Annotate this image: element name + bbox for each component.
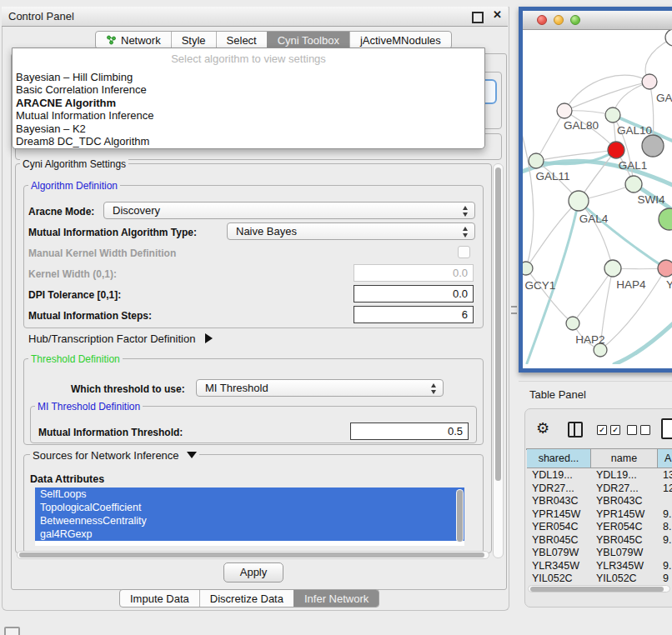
node-gal7[interactable] xyxy=(642,74,657,89)
table-row[interactable]: YPR145WYPR145W9. xyxy=(527,508,672,522)
tab-style-label: Style xyxy=(182,34,206,47)
table-panel-divider xyxy=(519,381,672,382)
node-y[interactable] xyxy=(658,260,672,277)
dropdown-item[interactable]: Bayesian – K2 xyxy=(13,122,484,135)
list-item[interactable]: TopologicalCoefficient xyxy=(35,501,464,514)
mi-threshold-field[interactable]: 0.5 xyxy=(350,422,469,440)
table-hscrollbar[interactable] xyxy=(528,585,670,592)
node-hap2[interactable] xyxy=(566,317,579,330)
column-header-name[interactable]: name xyxy=(591,449,658,468)
list-item[interactable]: gal4RGexp xyxy=(35,528,464,541)
tab-network-label: Network xyxy=(121,34,161,47)
column-header-shared[interactable]: shared... xyxy=(527,449,591,468)
algorithm-definition-title: Algorithm Definition xyxy=(28,180,120,192)
tab-jactivemnodules-label: jActiveMNodules xyxy=(360,34,441,47)
close-panel-icon[interactable] xyxy=(493,8,502,21)
node[interactable] xyxy=(665,30,672,46)
desktop: { "control_panel": { "title": "Control P… xyxy=(0,0,672,635)
disclosure-down-icon xyxy=(187,452,197,458)
dropdown-item[interactable]: Basic Correlation Inference xyxy=(13,83,484,96)
node-label: HAP4 xyxy=(616,278,646,291)
table-row[interactable]: YDL19...YDL19...13 xyxy=(527,469,672,482)
table-row[interactable]: YER054CYER054C8. xyxy=(527,521,672,534)
tab-jactivemnodules[interactable]: jActiveMNodules xyxy=(349,32,451,48)
node-label: GAL1 xyxy=(619,159,648,172)
panel-splitter-handle[interactable] xyxy=(511,306,517,314)
table-row[interactable]: YBR043CYBR043C xyxy=(527,495,672,508)
dropdown-item[interactable]: Mutual Information Inference xyxy=(13,109,484,122)
which-threshold-combo[interactable]: MI Threshold xyxy=(196,379,444,397)
dropdown-item[interactable]: Bayesian – Hill Climbing xyxy=(13,71,484,83)
sources-disclosure[interactable]: Sources for Network Inference xyxy=(30,449,199,462)
node-gal11[interactable] xyxy=(529,153,544,168)
tab-select[interactable]: Select xyxy=(216,32,267,48)
window-close-icon[interactable] xyxy=(537,15,547,25)
hub-definition-disclosure[interactable]: Hub/Transcription Factor Definition xyxy=(28,332,213,345)
select-all-checks-icon[interactable] xyxy=(597,425,620,435)
list-scrollbar[interactable] xyxy=(456,489,464,542)
deselect-all-checks-icon[interactable] xyxy=(627,425,650,435)
table-row[interactable]: YBR045CYBR045C9. xyxy=(527,534,672,548)
dropdown-item[interactable]: Dream8 DC_TDC Algorithm xyxy=(13,135,484,148)
table-row[interactable]: YLR345WYLR345W9. xyxy=(527,560,672,573)
minimized-panel-icon[interactable] xyxy=(4,627,20,635)
column-header-partial[interactable]: A xyxy=(658,449,672,468)
export-table-icon[interactable] xyxy=(661,418,672,439)
window-zoom-icon[interactable] xyxy=(570,15,580,25)
mi-type-combo[interactable]: Naive Bayes xyxy=(227,222,475,240)
combo-arrows-icon xyxy=(431,383,437,394)
dpi-tolerance-field[interactable]: 0.0 xyxy=(354,285,474,302)
table-settings-gear-icon[interactable]: ⚙ xyxy=(536,421,549,436)
manual-kernel-checkbox[interactable] xyxy=(458,246,470,258)
control-panel-tabbar: Network Style Select Cyni Toolbox jActiv… xyxy=(95,31,452,49)
network-canvas[interactable]: GAL GAL80 GAL10 GAL1 GAL11 SWI4 GAL4 GCY… xyxy=(523,30,672,368)
node-gal80[interactable] xyxy=(557,103,572,118)
node-hap4[interactable] xyxy=(604,260,621,277)
tab-infer-network[interactable]: Infer Network xyxy=(293,590,379,607)
kernel-width-field[interactable]: 0.0 xyxy=(354,264,474,282)
cyni-algorithm-settings-title: Cyni Algorithm Settings xyxy=(20,158,128,170)
threshold-definition-title: Threshold Definition xyxy=(28,353,123,365)
float-panel-icon[interactable] xyxy=(472,12,484,23)
node-label: GAL80 xyxy=(564,119,599,132)
disclosure-right-icon xyxy=(205,333,213,343)
dpi-tolerance-label: DPI Tolerance [0,1]: xyxy=(28,289,121,301)
settings-vscrollbar[interactable] xyxy=(493,163,504,558)
window-minimize-icon[interactable] xyxy=(554,15,564,25)
node-green[interactable] xyxy=(659,208,672,230)
node-gal10[interactable] xyxy=(605,108,620,122)
node-swi4[interactable] xyxy=(625,176,642,192)
settings-hscrollbar[interactable] xyxy=(17,551,489,559)
dropdown-item-selected[interactable]: ARACNE Algorithm xyxy=(13,97,484,109)
table-columns-icon[interactable] xyxy=(568,422,583,438)
node-gal4[interactable] xyxy=(569,191,589,211)
cyni-bottom-tabbar: Impute Data Discretize Data Infer Networ… xyxy=(119,589,379,608)
list-item[interactable]: SelfLoops xyxy=(35,488,464,501)
apply-button[interactable]: Apply xyxy=(223,562,283,582)
network-view-window[interactable]: GAL GAL80 GAL10 GAL1 GAL11 SWI4 GAL4 GCY… xyxy=(519,7,672,372)
data-attributes-label: Data Attributes xyxy=(30,473,104,485)
node-gray[interactable] xyxy=(642,135,664,157)
tab-discretize-data[interactable]: Discretize Data xyxy=(199,590,293,607)
mi-threshold-label: Mutual Information Threshold: xyxy=(38,427,183,438)
table-row[interactable]: YBL079WYBL079W xyxy=(527,547,672,560)
network-window-titlebar[interactable] xyxy=(523,11,672,30)
table-row[interactable]: YDR27...YDR27...12 xyxy=(527,482,672,496)
control-panel-title: Control Panel xyxy=(8,10,74,22)
tab-cyni-toolbox[interactable]: Cyni Toolbox xyxy=(267,32,349,48)
node-gal1[interactable] xyxy=(608,142,624,158)
network-icon xyxy=(106,35,117,45)
table-row[interactable]: YIL052CYIL052C9 xyxy=(527,572,672,586)
manual-kernel-label: Manual Kernel Width Definition xyxy=(28,248,176,259)
hub-definition-label: Hub/Transcription Factor Definition xyxy=(28,332,195,345)
dropdown-prompt: Select algorithm to view settings xyxy=(13,48,484,71)
aracne-mode-combo[interactable]: Discovery xyxy=(103,202,475,219)
tab-style[interactable]: Style xyxy=(171,32,216,48)
node-gcy1[interactable] xyxy=(523,262,533,275)
list-item[interactable]: BetweennessCentrality xyxy=(35,514,464,528)
table-panel-title: Table Panel xyxy=(529,388,586,401)
tab-impute-data[interactable]: Impute Data xyxy=(120,590,199,607)
tab-network[interactable]: Network xyxy=(96,32,171,48)
node-label: GCY1 xyxy=(525,279,556,292)
mi-steps-field[interactable]: 6 xyxy=(354,306,474,323)
